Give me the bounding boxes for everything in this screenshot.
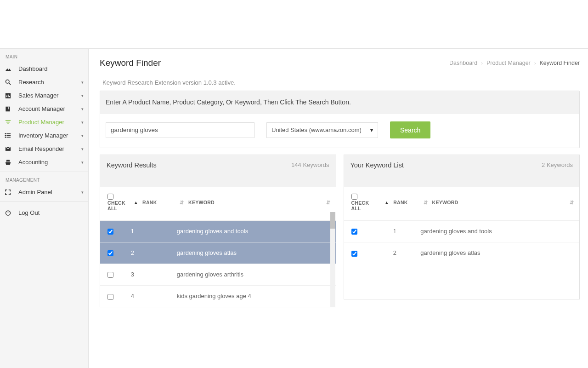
yourlist-title: Your Keyword List	[351, 161, 404, 169]
results-column-rank[interactable]: RANK	[142, 200, 157, 205]
svg-point-15	[5, 135, 6, 136]
sort-asc-icon[interactable]: ▴	[131, 200, 141, 205]
results-title: Keyword Results	[107, 161, 157, 169]
sidebar-item-accounting[interactable]: Accounting ▾	[0, 155, 88, 169]
row-keyword: gardening gloves atlas	[418, 242, 579, 264]
select-arrow-icon: ▾	[370, 127, 373, 133]
breadcrumb-current: Keyword Finder	[539, 60, 580, 66]
sort-icon[interactable]: ⇵	[326, 200, 330, 205]
chevron-down-icon: ▾	[81, 160, 84, 165]
topbar	[0, 0, 588, 49]
row-checkbox[interactable]	[107, 229, 113, 235]
svg-point-14	[5, 133, 6, 134]
sort-icon[interactable]: ⇵	[420, 200, 430, 205]
chevron-down-icon: ▾	[81, 133, 84, 138]
sidebar-item-label: Admin Panel	[17, 189, 81, 196]
sidebar-item-research[interactable]: Research ▾	[0, 75, 88, 89]
chevron-down-icon: ▾	[81, 107, 84, 111]
row-keyword: gardening gloves and tools	[418, 220, 579, 242]
table-row[interactable]: 1 gardening gloves and tools	[100, 220, 336, 242]
yourlist-table: CHECK ALL ▴ RANK ⇵ KEYWORD	[344, 187, 580, 264]
sidebar-item-inventory[interactable]: Inventory Manager ▾	[0, 129, 88, 142]
chevron-down-icon: ▾	[81, 93, 84, 98]
row-keyword: gardening gloves arthritis	[174, 264, 336, 285]
results-count: 144 Keywords	[291, 161, 329, 168]
power-icon	[5, 209, 17, 216]
sidebar-item-label: Research	[17, 79, 81, 86]
sidebar-item-admin[interactable]: Admin Panel ▾	[0, 185, 88, 199]
svg-point-0	[6, 80, 10, 84]
row-keyword: kids gardening gloves age 4	[174, 285, 336, 307]
scrollbar-thumb[interactable]	[330, 212, 335, 229]
results-check-all[interactable]	[107, 194, 113, 200]
row-keyword: gardening gloves atlas	[174, 242, 336, 264]
sort-asc-icon[interactable]: ▴	[382, 200, 392, 205]
svg-rect-4	[8, 95, 9, 98]
svg-rect-7	[8, 106, 9, 109]
sidebar-item-dashboard[interactable]: Dashboard	[0, 62, 88, 75]
breadcrumb: Dashboard › Product Manager › Keyword Fi…	[449, 60, 580, 66]
sidebar-item-label: Email Responder	[17, 145, 81, 152]
row-checkbox[interactable]	[351, 251, 357, 257]
sidebar-item-label: Sales Manager	[17, 92, 81, 99]
sidebar-item-product[interactable]: Product Manager ▾	[0, 115, 88, 129]
table-row[interactable]: 2 gardening gloves atlas	[100, 242, 336, 264]
breadcrumb-product-manager[interactable]: Product Manager	[486, 60, 531, 66]
sidebar-section-management: MANAGEMENT	[0, 172, 88, 185]
row-rank: 2	[128, 242, 174, 264]
bookmark-icon	[5, 106, 17, 112]
sidebar-item-label: Log Out	[17, 209, 84, 216]
row-checkbox[interactable]	[107, 272, 113, 278]
table-row[interactable]: 1 gardening gloves and tools	[344, 220, 580, 242]
row-checkbox[interactable]	[351, 229, 357, 235]
yourlist-column-keyword[interactable]: KEYWORD	[432, 200, 458, 205]
yourlist-column-rank[interactable]: RANK	[393, 200, 408, 205]
sidebar-item-email[interactable]: Email Responder ▾	[0, 142, 88, 155]
yourlist-check-all[interactable]	[351, 194, 357, 200]
sort-icon[interactable]: ⇵	[570, 200, 574, 205]
list-icon	[5, 132, 17, 139]
sidebar-item-account[interactable]: Account Manager ▾	[0, 102, 88, 115]
sidebar-item-label: Account Manager	[17, 105, 81, 112]
chevron-down-icon: ▾	[81, 147, 84, 151]
yourlist-count: 2 Keywords	[542, 161, 573, 168]
mail-icon	[5, 145, 17, 152]
yourlist-card: Your Keyword List 2 Keywords CHECK ALL	[344, 155, 580, 307]
row-rank: 1	[128, 220, 174, 242]
sidebar-section-main: MAIN	[0, 49, 88, 62]
table-row[interactable]: 2 gardening gloves atlas	[344, 242, 580, 264]
search-panel: Enter A Product Name, Product Category, …	[100, 91, 580, 148]
sidebar-item-label: Inventory Manager	[17, 132, 81, 139]
results-column-keyword[interactable]: KEYWORD	[188, 200, 215, 205]
search-button[interactable]: Search	[390, 121, 430, 138]
sidebar-item-label: Accounting	[17, 159, 81, 166]
chevron-down-icon: ▾	[81, 80, 84, 85]
svg-rect-5	[9, 96, 10, 98]
country-select[interactable]: United States (www.amazon.com) ▾	[266, 122, 378, 138]
search-instruction: Enter A Product Name, Product Category, …	[100, 91, 579, 114]
breadcrumb-dashboard[interactable]: Dashboard	[449, 60, 477, 66]
search-icon	[5, 79, 17, 86]
results-card: Keyword Results 144 Keywords CHECK ALL	[100, 155, 336, 307]
row-checkbox[interactable]	[107, 250, 113, 256]
sort-icon[interactable]: ⇵	[177, 200, 187, 205]
country-selected: United States (www.amazon.com)	[271, 126, 370, 133]
svg-point-16	[5, 137, 6, 138]
results-table: CHECK ALL ▴ RANK ⇵ KEYWORD	[100, 187, 336, 307]
results-check-all-label: CHECK ALL	[107, 200, 125, 211]
row-rank: 1	[372, 220, 418, 242]
sidebar-item-sales[interactable]: Sales Manager ▾	[0, 89, 88, 102]
extension-status: Keyword Research Extension version 1.0.3…	[102, 79, 580, 86]
table-row[interactable]: 3 gardening gloves arthritis	[100, 264, 336, 285]
sidebar-item-logout[interactable]: Log Out	[0, 202, 88, 223]
row-checkbox[interactable]	[107, 294, 113, 300]
chevron-right-icon: ›	[534, 60, 536, 66]
row-rank: 4	[128, 285, 174, 307]
search-input[interactable]	[106, 122, 254, 138]
chart-icon	[5, 92, 17, 99]
page-title: Keyword Finder	[100, 58, 161, 68]
svg-line-1	[9, 83, 11, 85]
sidebar: MAIN Dashboard Research ▾ Sales Manager	[0, 49, 89, 368]
expand-icon	[5, 189, 17, 196]
table-row[interactable]: 4 kids gardening gloves age 4	[100, 285, 336, 307]
